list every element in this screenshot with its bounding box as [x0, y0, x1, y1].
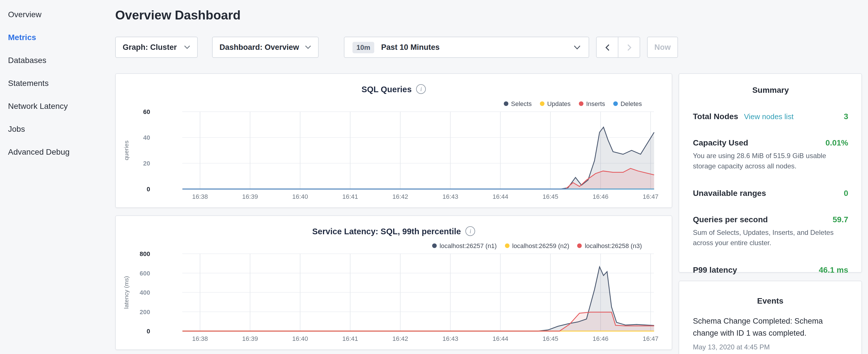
chevron-down-icon: [184, 45, 190, 49]
stat-unavailable-ranges: Unavailable ranges 0: [693, 189, 848, 198]
stat-p99-latency: P99 latency 46.1 ms: [693, 265, 848, 275]
chart-title-row: Service Latency: SQL, 99th percentile i: [116, 226, 672, 236]
svg-text:16:38: 16:38: [192, 335, 208, 342]
legend-dot-icon: [505, 244, 509, 248]
dashboard-label: Dashboard: Overview: [219, 43, 299, 52]
chevron-down-icon: [574, 45, 581, 50]
svg-text:16:43: 16:43: [442, 193, 458, 200]
svg-text:16:44: 16:44: [493, 193, 508, 200]
stat-capacity-used: Capacity Used 0.01% You are using 28.6 M…: [693, 138, 848, 171]
legend-dot-icon: [503, 101, 508, 106]
legend-dot-icon: [579, 101, 583, 106]
sidebar-item-overview[interactable]: Overview: [0, 3, 108, 26]
svg-text:16:44: 16:44: [493, 335, 508, 342]
chart-title: SQL Queries: [361, 85, 411, 94]
stat-label: Total Nodes: [693, 112, 738, 121]
svg-text:16:47: 16:47: [643, 335, 658, 342]
stat-value: 3: [844, 112, 848, 121]
stat-label: Capacity Used: [693, 138, 748, 147]
svg-text:16:39: 16:39: [242, 193, 258, 200]
svg-text:16:47: 16:47: [643, 193, 658, 200]
sidebar: Overview Metrics Databases Statements Ne…: [0, 0, 108, 354]
stat-queries-per-second: Queries per second 59.7 Sum of Selects, …: [693, 215, 848, 248]
view-nodes-list-link[interactable]: View nodes list: [744, 112, 794, 121]
svg-text:queries: queries: [123, 141, 129, 160]
right-sidebar: Summary Total Nodes View nodes list 3 Ca…: [679, 73, 862, 354]
page-title: Overview Dashboard: [115, 8, 868, 23]
content-row: SQL Queries i SelectsUpdatesInsertsDelet…: [115, 73, 868, 354]
svg-text:200: 200: [140, 309, 150, 316]
chart-title: Service Latency: SQL, 99th percentile: [312, 227, 461, 236]
dashboard-dropdown[interactable]: Dashboard: Overview: [212, 37, 319, 58]
chevron-right-icon: [627, 44, 631, 51]
time-forward-button[interactable]: [618, 37, 640, 58]
event-text: Schema Change Completed: Schema change w…: [693, 316, 848, 340]
info-icon[interactable]: i: [416, 84, 426, 94]
svg-text:16:46: 16:46: [593, 193, 608, 200]
events-title: Events: [693, 296, 848, 305]
now-button[interactable]: Now: [647, 37, 678, 58]
svg-text:16:45: 16:45: [542, 335, 558, 342]
svg-text:0: 0: [147, 328, 150, 335]
dashboard-controls: Graph: Cluster Dashboard: Overview 10m P…: [115, 37, 868, 58]
time-range-badge: 10m: [352, 41, 374, 53]
stat-total-nodes: Total Nodes View nodes list 3: [693, 112, 848, 121]
graph-scope-dropdown[interactable]: Graph: Cluster: [115, 37, 198, 58]
legend-dot-icon: [578, 244, 582, 248]
svg-text:16:42: 16:42: [392, 193, 408, 200]
sidebar-item-statements[interactable]: Statements: [0, 72, 108, 95]
time-range-label: Past 10 Minutes: [381, 43, 440, 52]
svg-text:40: 40: [143, 134, 150, 141]
sidebar-item-network-latency[interactable]: Network Latency: [0, 95, 108, 118]
stat-description: Sum of Selects, Updates, Inserts, and De…: [693, 227, 848, 248]
sidebar-item-jobs[interactable]: Jobs: [0, 118, 108, 140]
svg-text:16:43: 16:43: [442, 335, 458, 342]
time-step-buttons: [596, 37, 640, 58]
sql-queries-chart: 16:3816:3916:4016:4116:4216:4316:4416:45…: [116, 106, 673, 207]
time-range-dropdown[interactable]: 10m Past 10 Minutes: [344, 37, 589, 58]
stat-label: P99 latency: [693, 265, 737, 275]
stat-value: 0: [844, 189, 848, 198]
svg-text:0: 0: [147, 186, 150, 193]
service-latency-chart: 16:3816:3916:4016:4116:4216:4316:4416:45…: [116, 248, 673, 349]
info-icon[interactable]: i: [466, 226, 475, 236]
svg-text:16:40: 16:40: [292, 335, 308, 342]
svg-text:16:39: 16:39: [242, 335, 258, 342]
svg-text:16:45: 16:45: [542, 193, 558, 200]
sidebar-item-advanced-debug[interactable]: Advanced Debug: [0, 140, 108, 163]
event-timestamp: May 13, 2020 at 4:45 PM: [693, 343, 848, 351]
stat-label: Unavailable ranges: [693, 189, 766, 198]
graph-scope-label: Graph: Cluster: [123, 43, 177, 52]
legend-dot-icon: [432, 244, 437, 248]
svg-text:800: 800: [140, 250, 150, 257]
time-back-button[interactable]: [596, 37, 618, 58]
svg-text:400: 400: [140, 289, 150, 296]
sql-queries-chart-card: SQL Queries i SelectsUpdatesInsertsDelet…: [115, 73, 672, 208]
chevron-left-icon: [605, 44, 610, 51]
stat-value: 59.7: [833, 215, 848, 224]
svg-text:16:38: 16:38: [192, 193, 208, 200]
svg-text:16:41: 16:41: [342, 335, 358, 342]
sidebar-item-metrics[interactable]: Metrics: [0, 26, 108, 49]
svg-text:600: 600: [140, 270, 150, 277]
chevron-down-icon: [305, 45, 311, 49]
svg-text:16:41: 16:41: [342, 193, 358, 200]
legend-dot-icon: [613, 101, 618, 106]
svg-text:60: 60: [143, 108, 150, 116]
summary-title: Summary: [693, 85, 848, 95]
main-content: Overview Dashboard Graph: Cluster Dashbo…: [108, 0, 868, 354]
sidebar-item-databases[interactable]: Databases: [0, 49, 108, 72]
stat-value: 0.01%: [826, 138, 848, 147]
service-latency-chart-card: Service Latency: SQL, 99th percentile i …: [115, 215, 672, 350]
legend-dot-icon: [539, 101, 544, 106]
svg-text:20: 20: [143, 160, 150, 167]
svg-text:16:40: 16:40: [292, 193, 308, 200]
svg-text:16:42: 16:42: [392, 335, 408, 342]
summary-panel: Summary Total Nodes View nodes list 3 Ca…: [679, 73, 862, 273]
svg-text:16:46: 16:46: [593, 335, 608, 342]
stat-value: 46.1 ms: [819, 265, 848, 275]
charts-column: SQL Queries i SelectsUpdatesInsertsDelet…: [115, 73, 672, 354]
stat-label: Queries per second: [693, 215, 768, 224]
chart-title-row: SQL Queries i: [116, 84, 672, 94]
event-item[interactable]: Schema Change Completed: Schema change w…: [693, 316, 848, 351]
